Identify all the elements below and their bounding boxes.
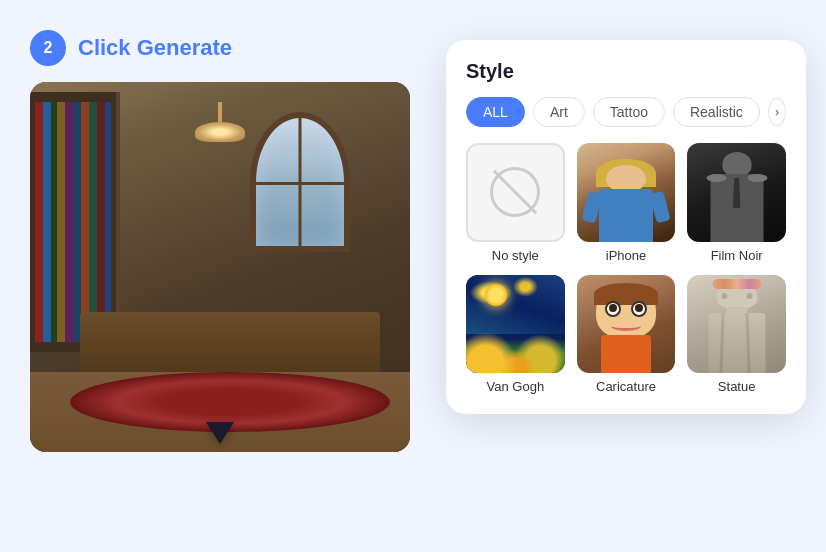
style-panel: Style ALL Art Tattoo Realistic › No styl… <box>446 40 806 414</box>
step-badge: 2 <box>30 30 66 66</box>
style-thumb-caricature <box>577 275 676 374</box>
step-title: Click Generate <box>78 35 232 61</box>
tab-realistic[interactable]: Realistic <box>673 97 760 127</box>
style-thumb-statue <box>687 275 786 374</box>
style-tabs: ALL Art Tattoo Realistic › <box>466 97 786 127</box>
preview-image <box>30 82 410 452</box>
style-thumb-iphone <box>577 143 676 242</box>
chandelier-decoration <box>190 102 250 142</box>
style-label-iphone: iPhone <box>606 248 646 263</box>
tab-tattoo[interactable]: Tattoo <box>593 97 665 127</box>
step-header: 2 Click Generate <box>30 30 450 66</box>
style-label-van-gogh: Van Gogh <box>487 379 545 394</box>
style-item-caricature[interactable]: Caricature <box>577 275 676 395</box>
tabs-next-arrow[interactable]: › <box>768 98 786 126</box>
style-label-statue: Statue <box>718 379 756 394</box>
style-thumb-no-style <box>466 143 565 242</box>
style-item-film-noir[interactable]: Film Noir <box>687 143 786 263</box>
style-label-no-style: No style <box>492 248 539 263</box>
cursor-icon <box>206 422 234 444</box>
style-item-iphone[interactable]: iPhone <box>577 143 676 263</box>
left-section: 2 Click Generate <box>30 30 450 452</box>
main-container: 2 Click Generate Style <box>0 0 826 552</box>
style-thumb-van-gogh <box>466 275 565 374</box>
style-label-caricature: Caricature <box>596 379 656 394</box>
window-decoration <box>250 112 350 252</box>
tab-all[interactable]: ALL <box>466 97 525 127</box>
style-label-film-noir: Film Noir <box>711 248 763 263</box>
room-background <box>30 82 410 452</box>
style-item-statue[interactable]: Statue <box>687 275 786 395</box>
tab-art[interactable]: Art <box>533 97 585 127</box>
style-thumb-film-noir <box>687 143 786 242</box>
chevron-right-icon: › <box>775 105 779 119</box>
style-grid: No style <box>466 143 786 394</box>
style-item-no-style[interactable]: No style <box>466 143 565 263</box>
style-panel-title: Style <box>466 60 786 83</box>
no-style-icon <box>490 167 540 217</box>
style-item-van-gogh[interactable]: Van Gogh <box>466 275 565 395</box>
